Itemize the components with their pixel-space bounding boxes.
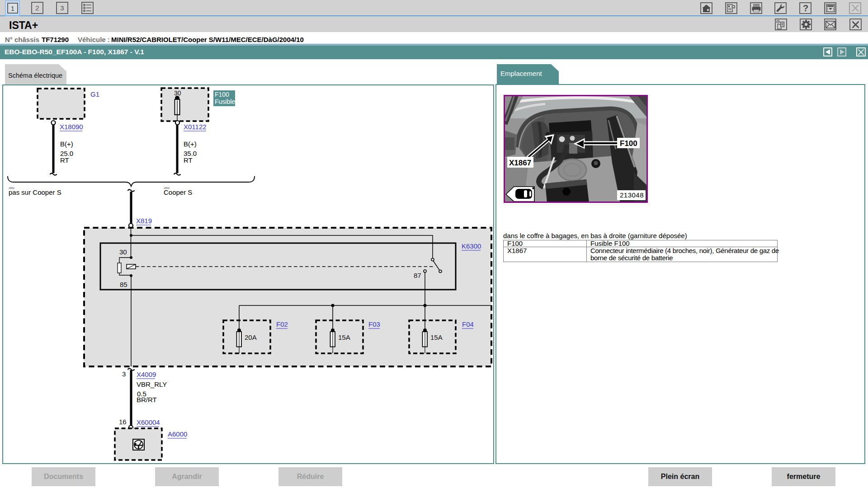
svg-text:X01122: X01122	[184, 123, 207, 131]
svg-text:pas sur Cooper S: pas sur Cooper S	[9, 188, 61, 196]
svg-text:RT: RT	[60, 156, 69, 164]
svg-text:G1: G1	[90, 90, 99, 98]
svg-text:20A: 20A	[245, 333, 257, 341]
svg-text:A6000: A6000	[168, 430, 187, 438]
svg-text:VBR_RLY: VBR_RLY	[137, 380, 167, 388]
svg-text:F04: F04	[462, 320, 474, 328]
svg-text:30: 30	[174, 89, 181, 97]
svg-text:F03: F03	[368, 320, 380, 328]
svg-text:K6300: K6300	[462, 242, 481, 250]
svg-text:BR/RT: BR/RT	[137, 396, 157, 404]
svg-text:F100: F100	[215, 91, 229, 98]
svg-text:X819: X819	[136, 217, 152, 225]
svg-text:RT: RT	[184, 156, 193, 164]
svg-text:16: 16	[119, 418, 127, 426]
svg-text:B(+): B(+)	[60, 140, 73, 148]
svg-text:X60004: X60004	[137, 418, 160, 426]
svg-text:87: 87	[414, 272, 421, 279]
svg-text:Cooper S: Cooper S	[164, 188, 192, 196]
svg-text:F02: F02	[276, 320, 288, 328]
svg-text:?: ?	[802, 3, 808, 13]
svg-text:F100: F100	[620, 139, 637, 148]
svg-text:213048: 213048	[620, 191, 644, 199]
svg-text:X18090: X18090	[60, 123, 83, 131]
svg-text:X4009: X4009	[137, 371, 156, 378]
svg-text:Fusible: Fusible	[215, 98, 235, 105]
svg-text:B(+): B(+)	[184, 140, 197, 148]
svg-text:X1867: X1867	[509, 159, 531, 167]
svg-text:30: 30	[119, 248, 127, 256]
svg-text:15A: 15A	[430, 333, 443, 341]
svg-text:15A: 15A	[338, 333, 350, 341]
svg-text:3: 3	[122, 370, 126, 378]
svg-text:85: 85	[120, 281, 127, 288]
